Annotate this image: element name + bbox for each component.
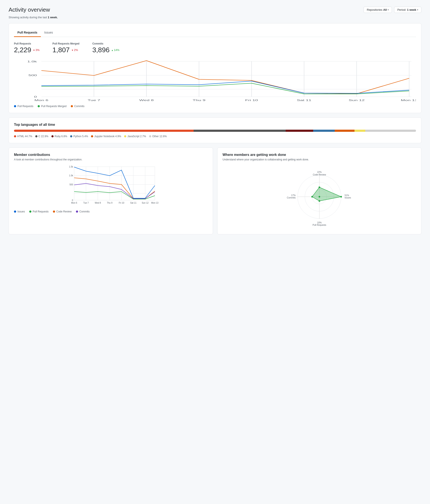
svg-text:Sat 11: Sat 11 (297, 99, 311, 102)
stat-commits-change: 14% (111, 48, 119, 52)
repositories-arrow-icon: ▾ (388, 9, 389, 11)
tab-pull-requests[interactable]: Pull Requests (14, 29, 41, 37)
lang-dot (149, 135, 151, 137)
lang-dot (14, 135, 16, 137)
lang-bar-html (14, 130, 194, 132)
main-line-chart-container: 1.0k 500 0 Mon 6 Tue 7 Wed 8 Thu 9 Fri 1… (14, 59, 416, 102)
lang-bar-other (365, 130, 416, 132)
svg-text:Commits: Commits (287, 197, 296, 199)
languages-title: Top languages of all time (14, 123, 416, 127)
pr-down-icon (33, 48, 35, 52)
svg-text:1.5k: 1.5k (69, 166, 73, 168)
pr-legend-dot (14, 105, 16, 107)
svg-text:Tue 7: Tue 7 (83, 202, 89, 204)
lang-legend-c: C 22.9% (35, 135, 48, 138)
languages-card: Top languages of all time HTML 44.7% C 2… (9, 117, 421, 143)
bottom-row: Member contributions A look at member co… (9, 147, 421, 234)
stat-pr-merged: Pull Requests Merged 1,807 2% (53, 42, 79, 54)
page-header: Activity overview Repositories All ▾ Per… (9, 7, 421, 13)
work-done-title: Where members are getting work done (223, 153, 416, 157)
svg-text:Wed 8: Wed 8 (95, 202, 101, 204)
member-contributions-card: Member contributions A look at member co… (9, 147, 213, 234)
pr-legend-label: Pull Requests (18, 105, 33, 108)
member-contributions-title: Member contributions (14, 153, 208, 157)
member-commits-dot (76, 210, 78, 213)
work-done-subtitle: Understand where your organization is co… (223, 158, 416, 161)
languages-legend: HTML 44.7% C 22.9% Ruby 6.8% Python 5.4%… (14, 135, 416, 138)
activity-subtitle: Showing activity during the last 1 week. (9, 16, 421, 19)
tab-issues[interactable]: Issues (41, 29, 56, 37)
svg-text:Mon 13: Mon 13 (401, 99, 416, 102)
lang-dot (51, 135, 54, 137)
legend-member-prs: Pull Requests (29, 210, 49, 213)
commits-legend-dot (71, 105, 73, 107)
lang-legend-jupyter-notebook: Jupyter Notebook 4.9% (91, 135, 121, 138)
radar-chart-container: 22% Code Review 51% Issues 10% Pull Requ… (223, 164, 416, 229)
period-arrow-icon: ▾ (417, 9, 418, 11)
lang-dot (35, 135, 37, 137)
commits-legend-label: Commits (74, 105, 84, 108)
stat-pr-label: Pull Requests (14, 42, 40, 45)
prm-down-icon (71, 48, 73, 52)
lang-bar-javascript (355, 130, 365, 132)
svg-text:Wed 8: Wed 8 (139, 99, 154, 102)
lang-legend-ruby: Ruby 6.8% (51, 135, 67, 138)
lang-legend-other: Other 12.6% (149, 135, 167, 138)
page-title: Activity overview (9, 7, 50, 13)
main-chart-card: Pull Requests Issues Pull Requests 2,229… (9, 23, 421, 113)
svg-text:0: 0 (34, 95, 37, 98)
stat-prm-label: Pull Requests Merged (53, 42, 79, 45)
lang-bar-c (194, 130, 286, 132)
svg-point-58 (319, 200, 320, 202)
legend-pr-merged: Pull Requests Merged (38, 105, 66, 108)
period-dropdown[interactable]: Period: 1 week ▾ (394, 7, 421, 13)
svg-marker-54 (312, 187, 341, 201)
stat-commits-value: 3,896 14% (92, 46, 119, 54)
stat-pr-value: 2,229 3% (14, 46, 40, 54)
repositories-value: All (383, 8, 387, 11)
svg-text:1.0k: 1.0k (27, 60, 37, 63)
svg-point-55 (319, 196, 320, 198)
svg-text:Fri 10: Fri 10 (245, 99, 258, 102)
stats-row: Pull Requests 2,229 3% Pull Requests Mer… (14, 42, 416, 54)
code-review-label: Code Review (56, 210, 72, 213)
svg-text:51%: 51% (344, 194, 349, 197)
legend-commits: Commits (71, 105, 84, 108)
svg-text:0: 0 (72, 199, 73, 201)
period-label: Period: (397, 8, 406, 11)
lang-dot (124, 135, 126, 137)
svg-point-57 (340, 196, 342, 198)
svg-text:Tue 7: Tue 7 (88, 99, 100, 102)
code-review-dot (53, 210, 55, 213)
work-done-card: Where members are getting work done Unde… (217, 147, 422, 234)
svg-text:17%: 17% (291, 194, 296, 197)
svg-text:Sun 12: Sun 12 (142, 202, 149, 204)
header-controls: Repositories All ▾ Period: 1 week ▾ (364, 7, 421, 13)
languages-bar (14, 130, 416, 132)
subtitle-prefix: Showing activity during the last (9, 16, 48, 19)
member-chart-container: 1.5k 1.0k 500 0 Mon 6 Tue 7 Wed 8 Thu 9 … (14, 164, 208, 207)
commits-up-icon (111, 48, 113, 52)
main-line-chart: 1.0k 500 0 Mon 6 Tue 7 Wed 8 Thu 9 Fri 1… (14, 59, 416, 102)
stat-commits-label: Commits (92, 42, 119, 45)
svg-text:Thu 9: Thu 9 (107, 202, 112, 204)
repositories-dropdown[interactable]: Repositories All ▾ (364, 7, 392, 13)
svg-text:22%: 22% (317, 171, 321, 173)
legend-member-commits: Commits (76, 210, 90, 213)
svg-text:Code Review: Code Review (313, 173, 326, 176)
lang-bar-ruby (286, 130, 313, 132)
period-value: 1 week (407, 8, 416, 11)
svg-text:Mon 13: Mon 13 (151, 202, 158, 204)
svg-text:Thu 9: Thu 9 (192, 99, 205, 102)
chart-legend: Pull Requests Pull Requests Merged Commi… (14, 105, 416, 108)
stat-prm-change: 2% (71, 48, 78, 52)
stat-commits: Commits 3,896 14% (92, 42, 119, 54)
member-line-chart: 1.5k 1.0k 500 0 Mon 6 Tue 7 Wed 8 Thu 9 … (14, 164, 208, 207)
legend-pull-requests: Pull Requests (14, 105, 33, 108)
svg-text:Sun 12: Sun 12 (349, 99, 365, 102)
legend-code-review: Code Review (53, 210, 72, 213)
member-pr-label: Pull Requests (33, 210, 49, 213)
lang-legend-html: HTML 44.7% (14, 135, 32, 138)
member-pr-dot (29, 210, 31, 213)
svg-text:Sat 11: Sat 11 (130, 202, 136, 204)
